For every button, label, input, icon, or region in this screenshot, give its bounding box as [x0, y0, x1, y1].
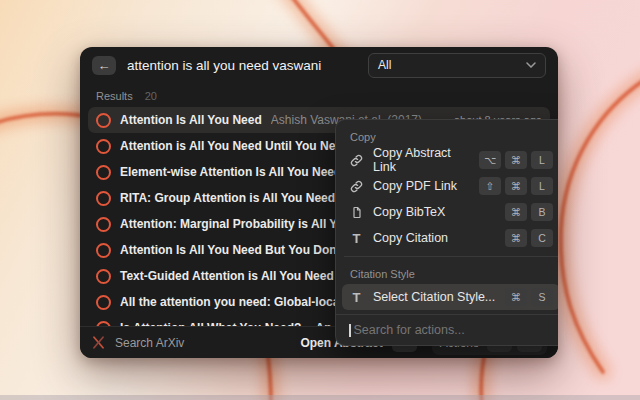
menu-item-label: Copy BibTeX	[373, 205, 445, 219]
menu-section-copy: Copy	[342, 125, 558, 147]
command-key-icon: ⌘	[505, 177, 527, 195]
text-icon: T	[349, 291, 364, 304]
shift-key-icon: ⇧	[479, 177, 501, 195]
menu-item-copy-citation[interactable]: T Copy Citation ⌘ C	[342, 225, 558, 251]
search-bar: ← attention is all you need vaswani All	[80, 47, 558, 83]
menu-item-select-citation-style[interactable]: T Select Citation Style... ⌘ S	[342, 284, 558, 310]
back-arrow-icon: ←	[98, 59, 111, 72]
filter-dropdown-value: All	[378, 58, 391, 72]
text-icon: T	[349, 232, 364, 245]
menu-section-citation-style: Citation Style	[342, 262, 558, 284]
source-label: Search ArXiv	[115, 336, 184, 350]
results-count: 20	[145, 90, 157, 102]
command-key-icon: ⌘	[505, 203, 527, 221]
search-input[interactable]: attention is all you need vaswani	[127, 58, 321, 73]
menu-divider	[344, 256, 558, 257]
shortcut-keys: ⌘ B	[505, 203, 553, 221]
chevron-down-icon	[526, 62, 536, 68]
menu-item-copy-abstract-link[interactable]: Copy Abstract Link ⌥ ⌘ L	[342, 147, 558, 173]
actions-search-input[interactable]: Search for actions...	[336, 314, 558, 345]
option-key-icon: ⌥	[479, 151, 501, 169]
circle-icon	[96, 295, 111, 310]
link-icon	[349, 180, 364, 193]
l-key-icon: L	[531, 151, 553, 169]
document-icon	[349, 206, 364, 219]
arxiv-logo-icon	[91, 335, 106, 350]
c-key-icon: C	[531, 229, 553, 247]
back-button[interactable]: ←	[92, 56, 116, 75]
actions-search-placeholder: Search for actions...	[354, 323, 465, 337]
shortcut-keys: ⌥ ⌘ L	[479, 151, 553, 169]
circle-icon	[96, 191, 111, 206]
menu-item-copy-pdf-link[interactable]: Copy PDF Link ⇧ ⌘ L	[342, 173, 558, 199]
shortcut-keys: ⌘ C	[505, 229, 553, 247]
shortcut-keys: ⌘ S	[505, 288, 553, 306]
actions-menu: Copy Copy Abstract Link ⌥ ⌘ L Copy PDF L…	[335, 119, 558, 346]
menu-item-label: Copy Citation	[373, 231, 448, 245]
circle-icon	[96, 139, 111, 154]
menu-item-label: Copy PDF Link	[373, 179, 457, 193]
results-label: Results	[96, 90, 133, 102]
shortcut-keys: ⇧ ⌘ L	[479, 177, 553, 195]
command-key-icon: ⌘	[505, 229, 527, 247]
circle-icon	[96, 243, 111, 258]
results-header: Results 20	[80, 83, 558, 105]
circle-icon	[96, 165, 111, 180]
result-title: Attention Is All You Need	[120, 113, 262, 127]
command-key-icon: ⌘	[505, 288, 527, 306]
result-title: Element-wise Attention Is All You Need	[120, 165, 341, 179]
filter-dropdown[interactable]: All	[368, 53, 546, 78]
s-key-icon: S	[531, 288, 553, 306]
l-key-icon: L	[531, 177, 553, 195]
command-key-icon: ⌘	[505, 151, 527, 169]
launcher-window: ← attention is all you need vaswani All …	[80, 47, 558, 358]
circle-icon	[96, 113, 111, 128]
menu-item-label: Select Citation Style...	[373, 290, 495, 304]
menu-item-copy-bibtex[interactable]: Copy BibTeX ⌘ B	[342, 199, 558, 225]
link-icon	[349, 154, 364, 167]
text-cursor	[349, 324, 351, 337]
menu-item-label: Copy Abstract Link	[373, 146, 470, 174]
circle-icon	[96, 269, 111, 284]
circle-icon	[96, 217, 111, 232]
b-key-icon: B	[531, 203, 553, 221]
